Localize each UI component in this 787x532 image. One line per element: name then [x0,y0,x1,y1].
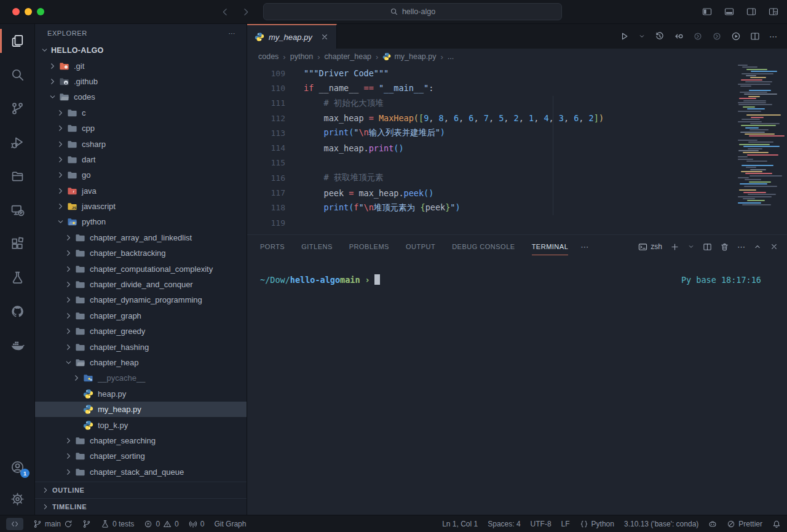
activity-item-project-manager[interactable] [0,159,34,193]
status-git-graph[interactable]: Git Graph [214,520,246,528]
activity-item-testing[interactable] [0,261,34,295]
status-language-mode[interactable]: Python [580,520,614,528]
status-notifications[interactable] [772,520,781,528]
panel-more-tabs-icon[interactable]: ⋯ [580,242,588,252]
panel-tab-ports[interactable]: PORTS [260,235,285,258]
new-terminal-icon[interactable] [670,242,679,252]
folder-hello-algo[interactable]: HELLO-ALGO [35,42,247,58]
file-my-heap-py[interactable]: my_heap.py [35,402,247,417]
status-indentation[interactable]: Spaces: 4 [488,520,520,528]
status-ports[interactable]: 0 [189,520,205,528]
status-eol[interactable]: LF [561,520,570,528]
toggle-sidebar-icon[interactable] [702,7,712,17]
activity-item-source-control[interactable] [0,92,34,125]
next-change-icon[interactable] [712,31,722,41]
panel-tab-debug-console[interactable]: DEBUG CONSOLE [452,235,515,258]
folder-csharp[interactable]: csharp [35,136,247,151]
shell-label[interactable]: zsh [638,242,662,252]
folder-chapter-graph[interactable]: chapter_graph [35,308,247,324]
folder-chapter-backtracking[interactable]: chapter_backtracking [35,245,247,261]
folder--github[interactable]: .github [35,74,247,89]
breadcrumb-item[interactable]: ... [448,52,454,61]
breadcrumb-item[interactable]: python [290,52,314,61]
toggle-panel-icon[interactable] [724,7,734,17]
toggle-secondary-sidebar-icon[interactable] [746,7,756,17]
close-window-button[interactable] [12,8,20,15]
timeline-section[interactable]: TIMELINE [35,498,247,515]
status-copilot[interactable] [708,520,717,528]
folder-c[interactable]: c [35,105,247,121]
activity-item-github[interactable] [0,295,34,328]
terminal-dropdown-icon[interactable] [687,243,695,250]
folder-dart[interactable]: dart [35,152,247,167]
folder-codes[interactable]: codes [35,89,247,105]
folder-chapter-greedy[interactable]: chapter_greedy [35,324,247,339]
folder-cpp[interactable]: cpp [35,121,247,136]
breadcrumb-item[interactable]: codes [258,52,279,61]
status-remote-indicator[interactable] [6,518,23,530]
terminal[interactable]: ~/Dow/hello-algo main› Py base 18:17:16 [247,258,787,515]
maximize-panel-icon[interactable] [753,242,762,251]
code-editor[interactable]: 109"""Driver Code"""110if __name__ == "_… [247,65,787,234]
forward-arrow-icon[interactable] [240,7,251,17]
folder-chapter-computational-complexity[interactable]: chapter_computational_complexity [35,261,247,276]
folder-chapter-heap[interactable]: chapter_heap [35,355,247,370]
run-dropdown-icon[interactable] [638,33,646,40]
run-icon[interactable] [619,31,629,41]
activity-item-accounts[interactable]: 1 [0,451,34,483]
command-center-search[interactable]: hello-algo [263,3,562,20]
folder-chapter-hashing[interactable]: chapter_hashing [35,339,247,354]
activity-item-docker[interactable] [0,328,34,362]
status-tests[interactable]: 0 tests [101,520,134,528]
minimize-window-button[interactable] [25,8,32,15]
status-cursor-position[interactable]: Ln 1, Col 1 [442,520,478,528]
split-editor-icon[interactable] [750,31,760,41]
folder-python[interactable]: python [35,214,247,229]
folder-java[interactable]: java [35,183,247,199]
status-python-interpreter[interactable]: 3.10.13 ('base': conda) [624,520,698,528]
tab-my-heap[interactable]: my_heap.py [247,24,337,49]
zoom-window-button[interactable] [37,8,44,15]
close-tab-icon[interactable] [320,33,329,41]
status-source-control-graph[interactable] [82,520,91,528]
minimap[interactable] [738,65,782,215]
file-top-k-py[interactable]: top_k.py [35,417,247,432]
status-git-branch[interactable]: main [33,520,73,528]
run-below-icon[interactable] [731,31,741,41]
status-prettier[interactable]: Prettier [727,520,762,528]
panel-tab-terminal[interactable]: TERMINAL [532,235,569,258]
split-terminal-icon[interactable] [703,242,712,252]
activity-item-search[interactable] [0,58,34,92]
status-problems[interactable]: 00 [144,520,178,528]
activity-item-explorer[interactable] [0,24,34,58]
back-arrow-icon[interactable] [220,7,231,17]
status-encoding[interactable]: UTF-8 [531,520,552,528]
panel-tab-output[interactable]: OUTPUT [406,235,435,258]
folder-chapter-sorting[interactable]: chapter_sorting [35,448,247,464]
timeline-history-icon[interactable] [655,31,665,41]
activity-item-run-debug[interactable] [0,125,34,159]
breadcrumb-item[interactable]: my_heap.py [382,52,436,61]
activity-item-extensions[interactable] [0,227,34,261]
file-heap-py[interactable]: heap.py [35,386,247,402]
kill-terminal-icon[interactable] [720,242,729,252]
folder-go[interactable]: go [35,167,247,183]
folder-chapter-divide-and-conquer[interactable]: chapter_divide_and_conquer [35,277,247,292]
folder--pycache-[interactable]: __pycache__ [35,370,247,386]
customize-layout-icon[interactable] [769,7,778,17]
previous-change-icon[interactable] [693,31,703,41]
folder-chapter-dynamic-programming[interactable]: chapter_dynamic_programming [35,292,247,308]
activity-item-remote-explorer[interactable] [0,193,34,227]
activity-item-settings[interactable] [0,483,34,515]
panel-tab-problems[interactable]: PROBLEMS [349,235,389,258]
panel-tab-gitlens[interactable]: GITLENS [301,235,333,258]
folder-chapter-array-and-linkedlist[interactable]: chapter_array_and_linkedlist [35,230,247,245]
breadcrumb-item[interactable]: chapter_heap [325,52,371,61]
panel-more-actions-icon[interactable]: ⋯ [737,242,745,252]
close-panel-icon[interactable] [770,242,778,251]
folder-chapter-stack-and-queue[interactable]: chapter_stack_and_queue [35,464,247,480]
open-changes-icon[interactable] [674,31,684,41]
more-actions-icon[interactable]: ⋯ [769,32,777,41]
folder-chapter-searching[interactable]: chapter_searching [35,433,247,448]
folder-javascript[interactable]: JSjavascript [35,199,247,214]
